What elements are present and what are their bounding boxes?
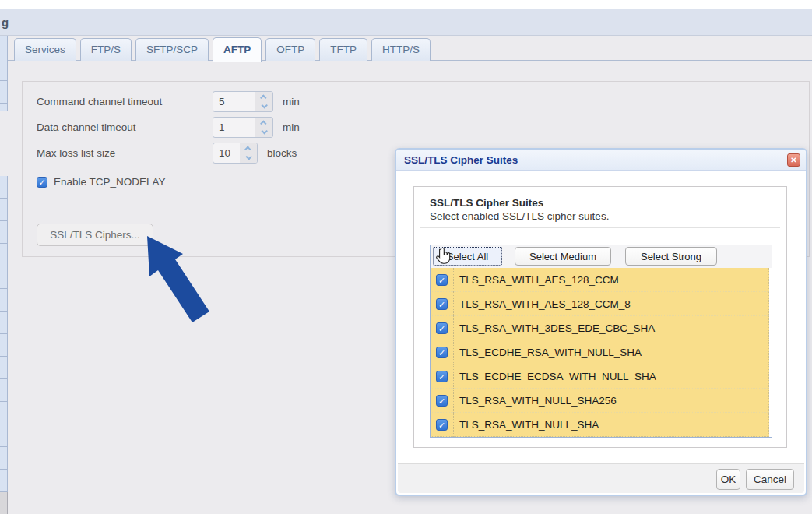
data-timeout-spin[interactable] <box>255 118 272 137</box>
command-timeout-label: Command channel timeout <box>37 96 213 107</box>
cipher-list: Select All Select Medium Select Strong T… <box>430 245 772 438</box>
tcp-nodelay-label: Enable TCP_NODELAY <box>54 176 166 188</box>
left-cutoff-list <box>0 36 8 111</box>
cipher-checkbox[interactable] <box>436 371 448 382</box>
cipher-row[interactable]: TLS_RSA_WITH_AES_128_CCM <box>431 268 769 292</box>
tcp-nodelay-row: Enable TCP_NODELAY <box>37 171 166 192</box>
cipher-checkbox[interactable] <box>436 419 448 431</box>
select-medium-button[interactable]: Select Medium <box>515 247 611 266</box>
tab-https[interactable]: HTTP/S <box>371 38 431 61</box>
data-timeout-unit: min <box>283 121 300 133</box>
cipher-checkbox[interactable] <box>436 347 448 358</box>
max-loss-unit: blocks <box>267 147 297 159</box>
spin-down-icon[interactable] <box>261 128 267 134</box>
tab-bar: Services FTP/S SFTP/SCP AFTP OFTP TFTP H… <box>0 36 812 61</box>
window-title-bar: g <box>0 9 812 36</box>
cipher-list-toolbar: Select All Select Medium Select Strong <box>431 245 772 268</box>
cipher-checkbox[interactable] <box>436 274 448 286</box>
form-row-max-loss: Max loss list size blocks <box>37 143 297 164</box>
tab-services[interactable]: Services <box>14 38 76 61</box>
dialog-footer: OK Cancel <box>398 463 804 493</box>
tab-ftps[interactable]: FTP/S <box>80 38 132 61</box>
cipher-row[interactable]: TLS_ECDHE_RSA_WITH_NULL_SHA <box>431 340 769 364</box>
max-loss-stepper[interactable] <box>213 143 258 164</box>
max-loss-spin[interactable] <box>240 143 257 163</box>
dialog-title: SSL/TLS Cipher Suites <box>404 150 518 171</box>
cipher-name: TLS_RSA_WITH_AES_128_CCM_8 <box>453 292 768 316</box>
left-cutoff-list-footer <box>0 492 8 514</box>
cipher-checkbox[interactable] <box>436 298 448 310</box>
cancel-button[interactable]: Cancel <box>746 469 794 490</box>
cipher-row[interactable]: TLS_RSA_WITH_3DES_EDE_CBC_SHA <box>431 316 769 340</box>
cipher-checkbox[interactable] <box>436 322 448 334</box>
close-icon[interactable]: ✕ <box>787 153 800 167</box>
tcp-nodelay-checkbox[interactable] <box>37 177 47 188</box>
cipher-checkbox[interactable] <box>436 395 448 407</box>
form-row-data-timeout: Data channel timeout min <box>37 117 300 138</box>
command-timeout-spin[interactable] <box>255 92 272 111</box>
spin-down-icon[interactable] <box>245 153 251 160</box>
window-title-cutoff: g <box>2 9 9 35</box>
cipher-name: TLS_RSA_WITH_NULL_SHA256 <box>453 389 768 413</box>
form-row-command-timeout: Command channel timeout min <box>37 91 300 112</box>
cipher-name: TLS_RSA_WITH_3DES_EDE_CBC_SHA <box>453 316 768 340</box>
tab-aftp[interactable]: AFTP <box>213 37 262 62</box>
cipher-name: TLS_ECDHE_ECDSA_WITH_NULL_SHA <box>453 364 768 389</box>
ok-button[interactable]: OK <box>716 469 740 490</box>
cipher-suites-panel: SSL/TLS Cipher Suites Select enabled SSL… <box>413 186 787 448</box>
tabs: Services FTP/S SFTP/SCP AFTP OFTP TFTP H… <box>14 37 431 61</box>
top-white-band <box>0 0 812 9</box>
cipher-row[interactable]: TLS_RSA_WITH_AES_128_CCM_8 <box>431 292 769 316</box>
left-cutoff-list <box>0 176 8 514</box>
select-strong-button[interactable]: Select Strong <box>625 247 717 266</box>
panel-divider <box>420 227 780 228</box>
dialog-header: SSL/TLS Cipher Suites ✕ <box>396 150 806 171</box>
annotation-arrow <box>133 234 211 326</box>
tab-sftpscp[interactable]: SFTP/SCP <box>135 38 209 61</box>
cipher-rows: TLS_RSA_WITH_AES_128_CCM TLS_RSA_WITH_AE… <box>431 268 769 436</box>
data-timeout-input[interactable] <box>213 118 255 137</box>
cipher-row[interactable]: TLS_ECDHE_ECDSA_WITH_NULL_SHA <box>431 364 769 389</box>
cipher-name: TLS_ECDHE_RSA_WITH_NULL_SHA <box>453 340 768 364</box>
cipher-name: TLS_RSA_WITH_NULL_SHA <box>453 413 768 437</box>
cipher-row[interactable]: TLS_RSA_WITH_NULL_SHA <box>431 413 769 437</box>
cipher-row[interactable]: TLS_RSA_WITH_NULL_SHA256 <box>431 389 769 413</box>
command-timeout-unit: min <box>283 96 300 107</box>
max-loss-input[interactable] <box>213 143 240 163</box>
screen: g Services FTP/S SFTP/SCP AFTP OFTP TFTP… <box>0 0 812 514</box>
spin-down-icon[interactable] <box>261 102 267 108</box>
command-timeout-stepper[interactable] <box>213 91 273 112</box>
command-timeout-input[interactable] <box>213 92 255 111</box>
spin-up-icon[interactable] <box>244 146 251 152</box>
panel-subheading: Select enabled SSL/TLS cipher suites. <box>430 210 609 222</box>
data-timeout-label: Data channel timeout <box>37 121 213 133</box>
tab-oftp[interactable]: OFTP <box>265 38 315 61</box>
tab-tftp[interactable]: TFTP <box>319 38 367 61</box>
ssl-tls-cipher-suites-dialog: SSL/TLS Cipher Suites ✕ SSL/TLS Cipher S… <box>395 148 807 496</box>
spin-up-icon[interactable] <box>260 94 266 100</box>
data-timeout-stepper[interactable] <box>213 117 273 138</box>
spin-up-icon[interactable] <box>260 120 266 126</box>
cipher-name: TLS_RSA_WITH_AES_128_CCM <box>453 268 768 292</box>
select-all-button[interactable]: Select All <box>433 247 502 266</box>
panel-heading: SSL/TLS Cipher Suites <box>430 197 543 209</box>
max-loss-label: Max loss list size <box>37 147 213 159</box>
